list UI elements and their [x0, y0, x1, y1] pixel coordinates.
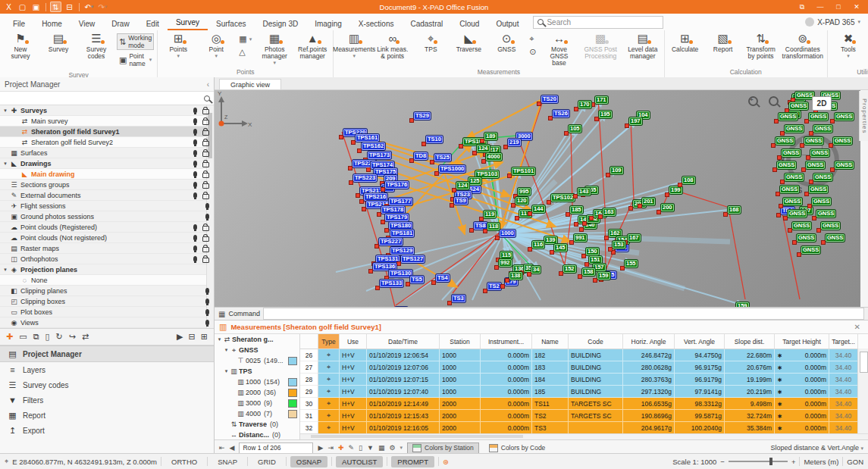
gnss-point-label[interactable]: 153 [613, 241, 625, 249]
angle-units-selector[interactable]: GON [847, 458, 863, 466]
expand-arrow-icon[interactable]: ▾ [2, 108, 9, 114]
survey-button[interactable]: ▤Survey [39, 31, 77, 70]
gnss-point-label[interactable]: GNSS [789, 102, 808, 110]
station-node-tps[interactable]: ▾▥TPS [215, 366, 299, 377]
gnss-point-label[interactable]: 195 [599, 111, 612, 118]
tps-point-label[interactable]: TPS227 [379, 238, 403, 245]
column-header-type[interactable]: Type [318, 334, 340, 349]
copy-icon[interactable]: ⧉ [33, 332, 39, 342]
tab-cadastral[interactable]: Cadastral [402, 17, 451, 30]
zoom-in-icon[interactable]: + [791, 458, 796, 466]
gnss-point-label[interactable]: 189 [484, 133, 497, 140]
link2-icon[interactable]: ↪ [69, 332, 76, 342]
tab-view[interactable]: View [71, 17, 104, 30]
tps-point-label[interactable]: TPS161 [356, 134, 379, 142]
tps-point-label[interactable]: TS10 [426, 136, 443, 143]
tree-item-main-survey[interactable]: ⇄Main survey [0, 116, 214, 127]
next-record-icon[interactable]: ▶ [318, 444, 323, 452]
station-node-distanc[interactable]: ↔Distanc...(0) [215, 430, 299, 439]
gnss-point-label[interactable]: GNSS [804, 137, 823, 145]
tps-small-icon-button[interactable]: ⌖ [527, 33, 538, 45]
tab-graphic-view[interactable]: Graphic view [219, 79, 281, 89]
close-icon[interactable]: ✕ [854, 323, 863, 331]
gnss-point-label[interactable]: 119 [484, 211, 496, 218]
station-node-gnss[interactable]: ▾⌖GNSS [215, 345, 299, 355]
visibility-bulb-icon[interactable] [193, 150, 197, 155]
trash-icon[interactable]: ▯ [45, 332, 49, 342]
tree-item-external-documents[interactable]: ✎External documents [0, 190, 214, 201]
point-button[interactable]: ◎Point▾ [197, 31, 235, 67]
tps-point-label[interactable]: TS8 [474, 222, 487, 230]
working-mode-button[interactable]: ⇅Working mode [117, 33, 154, 50]
gnss-point-label[interactable]: 992 [499, 259, 512, 267]
tree-item-sheraton-golf-field-survey2[interactable]: ⇄Sheraton golf field Survey2 [0, 137, 214, 148]
tab-surfaces[interactable]: Surfaces [208, 17, 254, 30]
table-row[interactable]: 29⌖H+V01/10/2019 12:07:4010000.000m185BU… [300, 386, 868, 398]
visibility-bulb-icon[interactable] [193, 224, 197, 230]
tab-imaging[interactable]: Imaging [306, 17, 350, 30]
scale-slider-handle[interactable] [769, 458, 772, 465]
tps-point-label[interactable]: TS9 [454, 197, 468, 205]
tree-item-clipping-boxes[interactable]: ◰Clipping boxes [0, 296, 214, 307]
gnss-point-label[interactable]: 4000 [486, 153, 502, 161]
station-node-0025[interactable]: ⊤0025(149... [215, 355, 299, 366]
tps-point-label[interactable]: TS25 [434, 154, 451, 161]
tps-point-label[interactable]: TPS131 [376, 255, 400, 263]
tps-point-label[interactable]: TS5 [410, 276, 424, 283]
window-maximize-icon[interactable]: □ [830, 2, 847, 12]
add-record-icon[interactable]: ✚ [338, 444, 344, 452]
gnss-point-label[interactable]: GNSS [812, 198, 831, 205]
visibility-bulb-icon[interactable] [193, 235, 197, 240]
gnss-point-label[interactable]: 200 [661, 204, 674, 211]
graphic-view-canvas[interactable]: + 2D W S Y X Z [215, 90, 860, 307]
gnss-small-icon-button[interactable]: ⊙ [527, 46, 538, 58]
zoom-out-icon[interactable]: − [720, 458, 725, 466]
gnss-point-label[interactable]: GNSS [777, 161, 796, 169]
cone-icon-button[interactable]: △ [237, 46, 254, 58]
tps-point-label[interactable]: TS29 [414, 112, 431, 120]
unlock-icon[interactable] [202, 236, 209, 242]
station-color-swatch[interactable] [288, 357, 297, 365]
tab-output[interactable]: Output [487, 17, 527, 30]
gnss-point-label[interactable]: 185 [570, 206, 583, 214]
toggle-ortho[interactable]: ORTHO [165, 456, 203, 467]
gnss-point-label[interactable]: GNSS [835, 113, 854, 120]
x-logo-icon[interactable]: X [3, 2, 14, 12]
last-record-icon[interactable]: ⇥ [327, 444, 334, 452]
unlock-icon[interactable] [202, 183, 209, 189]
tps-point-label[interactable]: TPS179 [385, 214, 409, 221]
tab-survey[interactable]: Survey [168, 15, 208, 30]
gnss-point-label[interactable]: GNSS [788, 210, 807, 217]
image-icon-button[interactable]: ▦▾ [237, 33, 254, 45]
gnss-point-label[interactable]: GNSS [785, 125, 804, 133]
column-header-code[interactable]: Code [569, 334, 623, 349]
gnss-point-label[interactable]: TPS101 [512, 167, 535, 175]
tree-item-drawings[interactable]: ▾◣Drawings [0, 158, 214, 169]
gnss-point-label[interactable]: 152 [563, 265, 576, 273]
visibility-bulb-icon[interactable] [193, 108, 197, 113]
gnss-point-label[interactable]: 105 [569, 125, 581, 133]
account-menu[interactable]: X-PAD 365 ▾ [805, 17, 868, 27]
properties-tab[interactable]: Properties [859, 91, 868, 141]
level-data-manager-button[interactable]: ▤Level data manager [623, 31, 663, 67]
tps-point-label[interactable]: 219 [508, 139, 521, 146]
visibility-bulb-icon[interactable] [193, 118, 197, 124]
station-color-swatch[interactable] [288, 378, 297, 386]
tab-home[interactable]: Home [33, 17, 71, 30]
station-node-2000[interactable]: ▥2000(36) [215, 387, 299, 398]
tps-button[interactable]: ⌖TPS [412, 31, 450, 67]
gnss-point-label[interactable]: GNSS [809, 113, 828, 120]
visibility-bulb-icon[interactable] [193, 182, 197, 187]
record-position-box[interactable]: Row 1 of 206 [239, 442, 313, 454]
gnss-point-label[interactable]: 159 [597, 272, 610, 280]
tab-x-sections[interactable]: X-sections [350, 17, 403, 30]
tps-point-label[interactable]: TS3 [452, 295, 465, 302]
gnss-point-label[interactable]: GNSS [801, 246, 820, 254]
gnss-point-label[interactable]: 34 [531, 266, 541, 274]
table-row[interactable]: 30⌖H+V01/10/2019 12:14:4920000.000mTS11T… [300, 398, 868, 410]
tree-item-projection-planes[interactable]: ▾◈Projection planes [0, 264, 214, 275]
gnss-point-label[interactable]: GNSS [776, 137, 794, 145]
tree-item-sections-groups[interactable]: ☰Sections groups [0, 180, 214, 190]
visibility-bulb-icon[interactable] [193, 256, 197, 261]
units-selector[interactable]: Meters (m) [804, 458, 838, 466]
